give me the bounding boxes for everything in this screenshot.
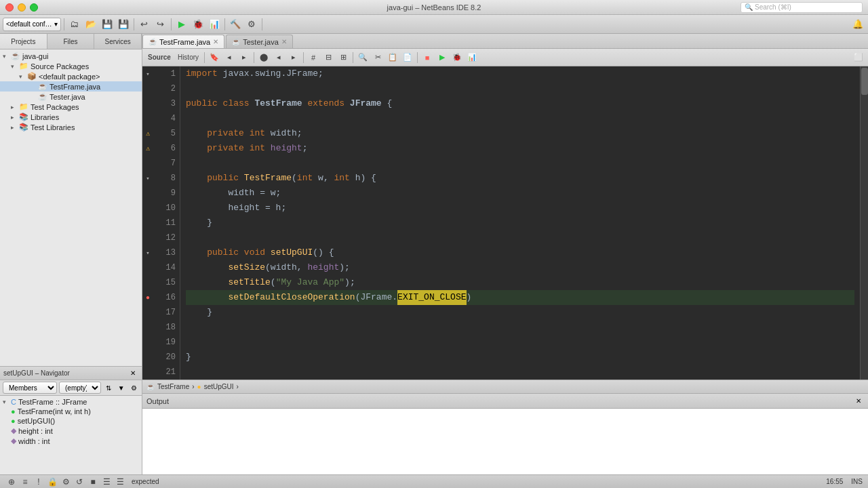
minimize-button[interactable] bbox=[18, 3, 26, 12]
gutter-16: ● bbox=[142, 290, 153, 305]
btb-refresh-button[interactable]: ↺ bbox=[73, 476, 85, 488]
copy-button[interactable]: 📋 bbox=[386, 51, 399, 64]
btb-stop-button[interactable]: ■ bbox=[87, 476, 99, 488]
profile-file-button[interactable]: 📊 bbox=[465, 51, 479, 64]
breadcrumb-class: TestFrame bbox=[157, 383, 189, 390]
save-all-button[interactable]: 💾 bbox=[116, 17, 131, 32]
project-config-dropdown[interactable]: <default conf… ▾ bbox=[3, 18, 61, 31]
code-line-12 bbox=[186, 230, 854, 245]
tab-services[interactable]: Services bbox=[94, 34, 142, 49]
cut-button[interactable]: ✂ bbox=[371, 51, 384, 64]
gutter-5: ⚠ bbox=[142, 126, 153, 141]
tab-close-testframe[interactable]: ✕ bbox=[213, 38, 218, 45]
navigator-controls: Members (empty) ⇅ ▼ ⚙ bbox=[0, 380, 142, 396]
notifications-button[interactable]: 🔔 bbox=[850, 17, 865, 32]
nav-item-testframe-class[interactable]: ▾ C TestFrame :: JFrame bbox=[0, 397, 142, 407]
tab-files[interactable]: Files bbox=[47, 34, 95, 49]
filter-dropdown[interactable]: (empty) bbox=[59, 382, 101, 394]
toggle-breakpoint-button[interactable]: ⬤ bbox=[257, 51, 271, 64]
nav-options-button[interactable]: ⚙ bbox=[128, 382, 139, 393]
line-num-9: 9 bbox=[153, 186, 176, 201]
paste-button[interactable]: 📄 bbox=[401, 51, 414, 64]
search-bar[interactable]: 🔍 Search (⌘I) bbox=[741, 2, 863, 13]
gutter-15 bbox=[142, 275, 153, 290]
editor-scrollbar[interactable] bbox=[860, 66, 868, 380]
tab-testframe[interactable]: ☕ TestFrame.java ✕ bbox=[142, 35, 224, 48]
nav-item-width[interactable]: ◆ width : int bbox=[0, 436, 142, 446]
tab-close-tester[interactable]: ✕ bbox=[281, 38, 287, 45]
tree-item-test-packages[interactable]: ▸ 📁 Test Packages bbox=[0, 102, 142, 112]
btb-menu-button[interactable]: ☰ bbox=[100, 476, 113, 488]
nav-sort-button[interactable]: ⇅ bbox=[103, 382, 114, 393]
etb-sep-4 bbox=[353, 52, 353, 63]
btb-list-button[interactable]: ≡ bbox=[19, 476, 31, 488]
tree-item-test-libraries[interactable]: ▸ 📚 Test Libraries bbox=[0, 122, 142, 132]
expand-all-button[interactable]: ⊞ bbox=[336, 51, 350, 64]
code-line-1: import javax.swing.JFrame; bbox=[186, 66, 854, 81]
btb-lock-button[interactable]: 🔒 bbox=[46, 476, 58, 488]
output-tab-label[interactable]: Output bbox=[146, 397, 169, 405]
prev-bookmark-button[interactable]: ◂ bbox=[222, 51, 236, 64]
run-file-button[interactable]: ▶ bbox=[435, 51, 449, 64]
maximize-editor-button[interactable]: ⬜ bbox=[852, 51, 865, 64]
tree-item-default-package[interactable]: ▾ 📦 <default package> bbox=[0, 71, 142, 81]
btb-gear-button[interactable]: ⚙ bbox=[60, 476, 72, 488]
line-num-15: 15 bbox=[153, 275, 176, 290]
undo-button[interactable]: ↩ bbox=[137, 17, 152, 32]
etb-sep-2 bbox=[254, 52, 254, 63]
clean-build-button[interactable]: ⚙ bbox=[244, 17, 259, 32]
warn-icon-5: ⚠ bbox=[146, 129, 150, 138]
bottom-toolbar: ⊕ ≡ ! 🔒 ⚙ ↺ ■ ☰ ☰ bbox=[5, 476, 126, 488]
open-button[interactable]: 📂 bbox=[83, 17, 98, 32]
toggle-line-numbering-button[interactable]: # bbox=[307, 51, 320, 64]
line-num-10: 10 bbox=[153, 201, 176, 216]
nav-item-height[interactable]: ◆ height : int bbox=[0, 426, 142, 436]
maximize-button[interactable] bbox=[30, 3, 38, 12]
library-icon: 📚 bbox=[19, 113, 28, 121]
tree-item-testframe[interactable]: ☕ TestFrame.java bbox=[0, 81, 142, 92]
tab-tester[interactable]: ☕ Tester.java ✕ bbox=[226, 35, 293, 48]
members-dropdown[interactable]: Members bbox=[3, 382, 57, 394]
next-bookmark-button[interactable]: ▸ bbox=[237, 51, 251, 64]
tree-item-libraries[interactable]: ▸ 📚 Libraries bbox=[0, 112, 142, 122]
close-button[interactable] bbox=[5, 3, 14, 12]
status-mode: INS bbox=[851, 478, 863, 485]
btb-menu2-button[interactable]: ☰ bbox=[114, 476, 126, 488]
toggle-bookmark-button[interactable]: 🔖 bbox=[208, 51, 221, 64]
line-num-16: 16 bbox=[153, 290, 176, 305]
debug-file-button[interactable]: 🐞 bbox=[450, 51, 464, 64]
stop-button[interactable]: ■ bbox=[420, 51, 434, 64]
build-button[interactable]: 🔨 bbox=[228, 17, 243, 32]
tree-item-source-packages[interactable]: ▾ 📁 Source Packages bbox=[0, 61, 142, 71]
tree-item-tester[interactable]: ☕ Tester.java bbox=[0, 92, 142, 102]
source-tab[interactable]: Source bbox=[145, 51, 174, 64]
run-button[interactable]: ▶ bbox=[174, 17, 189, 32]
toolbar-separator-1 bbox=[64, 18, 64, 30]
nav-item-constructor[interactable]: ● TestFrame(int w, int h) bbox=[0, 407, 142, 416]
code-line-9: width = w; bbox=[186, 186, 854, 201]
project-icon: ☕ bbox=[11, 52, 20, 60]
new-project-button[interactable]: 🗂 bbox=[67, 17, 82, 32]
line-num-11: 11 bbox=[153, 216, 176, 230]
navigator-close-button[interactable]: ✕ bbox=[127, 368, 138, 379]
nav-item-setupgui[interactable]: ● setUpGUI() bbox=[0, 416, 142, 426]
body-area: Projects Files Services ▾ ☕ java-gui bbox=[0, 34, 868, 474]
find-button[interactable]: 🔍 bbox=[356, 51, 370, 64]
tree-item-java-gui[interactable]: ▾ ☕ java-gui bbox=[0, 51, 142, 61]
debug-button[interactable]: 🐞 bbox=[191, 17, 205, 32]
nav-filter-button[interactable]: ▼ bbox=[116, 382, 127, 393]
next-breakpoint-button[interactable]: ▸ bbox=[287, 51, 300, 64]
gutter-9 bbox=[142, 186, 153, 201]
gutter-1: ▾ bbox=[142, 66, 153, 81]
tab-projects[interactable]: Projects bbox=[0, 34, 47, 49]
redo-button[interactable]: ↪ bbox=[153, 17, 168, 32]
history-tab[interactable]: History bbox=[175, 51, 201, 64]
fold-all-button[interactable]: ⊟ bbox=[321, 51, 335, 64]
prev-breakpoint-button[interactable]: ◂ bbox=[272, 51, 285, 64]
code-content[interactable]: import javax.swing.JFrame; public class … bbox=[180, 66, 860, 380]
output-close-button[interactable]: ✕ bbox=[853, 396, 864, 407]
btb-alert-button[interactable]: ! bbox=[33, 476, 45, 488]
profile-button[interactable]: 📊 bbox=[207, 17, 222, 32]
btb-add-button[interactable]: ⊕ bbox=[5, 476, 18, 488]
save-button[interactable]: 💾 bbox=[100, 17, 115, 32]
